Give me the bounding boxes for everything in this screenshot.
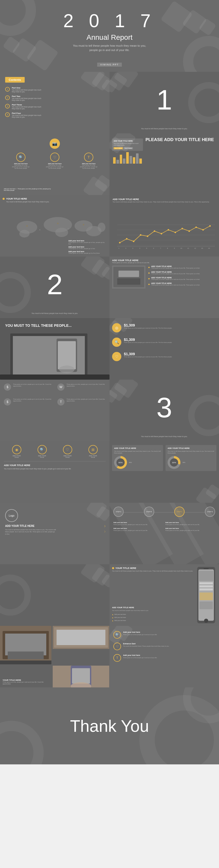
svg-text:9: 9	[174, 248, 175, 249]
slide-timeline: STEP A STEP B STEP C	[109, 503, 219, 564]
step-a: STEP A	[113, 506, 124, 517]
service-grid: $ Three gives us to first, people go in …	[4, 383, 106, 406]
row-5: 2 You must to tell these people how much…	[0, 256, 219, 318]
line-chart-svg: 0 2 4 6 8	[117, 220, 216, 251]
svg-point-34	[202, 229, 204, 230]
svg-point-1	[19, 230, 30, 238]
svg-point-71	[204, 619, 208, 623]
logo-deco-arrows: › ›	[104, 523, 106, 534]
world-title-icon: YOUR TITLE HERE You must to tell these p…	[3, 197, 49, 203]
slide-subtitle: You must to tell these people how much t…	[0, 43, 219, 52]
svg-point-23	[126, 238, 128, 240]
svg-rect-82	[72, 668, 90, 684]
svg-text:8: 8	[167, 248, 168, 249]
svg-point-10	[39, 229, 40, 230]
slide-stats-right: ◎ $1,309 Three gives us to first people …	[109, 318, 219, 380]
stat-icon-3: ♡	[112, 352, 121, 361]
slide-contents-left: Contents 1 Part One You must to tell the…	[0, 72, 109, 133]
svg-text:3: 3	[132, 248, 133, 249]
svg-point-7	[26, 225, 28, 227]
item-title-4: Part Four	[12, 112, 42, 115]
icon-row: 🔍 Add your text here Three gives us to f…	[4, 153, 106, 169]
svg-point-22	[119, 242, 120, 243]
slide-world-left: YOUR TITLE HERE You must to tell these p…	[0, 195, 109, 256]
content-item-1: 1 Part One You must to tell these people…	[5, 87, 42, 118]
slide-please-add: PLEASE ADD YOUR TITLE HERE ADD YOUR TITL…	[109, 133, 219, 195]
chart-header: ADD YOUR TITLE HERE You must to tell the…	[113, 198, 216, 203]
big1-bottom-text: You must to tell these people how much t…	[109, 128, 219, 129]
svg-point-61	[59, 366, 75, 373]
search-icon-circle: 🔍	[16, 153, 25, 162]
slide-donuts: ADD YOUR TITLE HERE You must to tell the…	[109, 441, 219, 503]
big-number-1: 1	[156, 86, 172, 114]
list-icon-text: T	[113, 654, 121, 662]
logo-area: Logo ADD YOUR TITLE HERE You must to tel…	[5, 509, 57, 535]
svg-point-9	[83, 224, 84, 225]
svg-point-28	[161, 233, 162, 235]
big2-bottom-text: You must to tell these people how much t…	[0, 312, 109, 314]
small-chart-area: ADD YOUR TITLE HERE You must to tell the…	[112, 138, 143, 165]
row-10: YOUR TITLE HERE You must to tell these p…	[0, 564, 219, 626]
stats-items: ◎ $1,309 Three gives us to first people …	[112, 323, 216, 361]
svg-text:6: 6	[153, 248, 154, 249]
mobile-item-1: ● Add your text here	[112, 614, 193, 616]
svg-rect-79	[57, 630, 105, 645]
photo-tablet	[53, 626, 109, 649]
svg-point-3	[55, 228, 68, 237]
slide-line-chart: ADD YOUR TITLE HERE You must to tell the…	[109, 195, 219, 256]
slide-photos-collage: YOUR TITLE HERE Three gives us to first,…	[0, 626, 109, 687]
photo-text-items: ● ADD YOUR TITLE HERE Three gives us to …	[148, 266, 218, 286]
slide-photo-right: ADD YOUR TITLE HERE Three gives us to fi…	[109, 256, 219, 318]
slide-year: 2 0 1 7	[0, 10, 219, 31]
service-icon-w: W	[57, 383, 64, 391]
text-icon-circle: T	[84, 153, 93, 162]
timeline-content: STEP A STEP B STEP C	[113, 506, 215, 531]
big-number-2: 2	[47, 270, 62, 299]
svg-point-6	[98, 223, 105, 232]
row-6: YOU MUST TO TELL THESE PEOPLE... ◎ $1,30…	[0, 318, 219, 380]
stat-icon-2: 🔍	[112, 338, 121, 347]
slide-tag: XIMING.PPT	[97, 63, 122, 67]
row-4: YOUR TITLE HERE You must to tell these p…	[0, 195, 219, 256]
mobile-item-2: ● Add your text here	[112, 617, 193, 619]
photo-phone-small	[53, 665, 109, 687]
heart-icon-circle: ♡	[50, 153, 59, 162]
slide-services: $ Three gives us to first, people go in …	[0, 380, 109, 441]
svg-point-24	[133, 241, 134, 242]
svg-text:14: 14	[208, 248, 210, 249]
item-num-4: 4	[5, 112, 10, 117]
feat-icon-4: ⊞	[88, 445, 98, 454]
svg-point-11	[67, 228, 69, 229]
svg-rect-76	[8, 652, 44, 659]
svg-rect-67	[199, 585, 213, 587]
svg-rect-66	[199, 582, 213, 584]
svg-rect-64	[203, 568, 209, 569]
item-title-1: Part One	[12, 87, 42, 89]
feat-icon-1: ◉	[12, 445, 21, 454]
svg-point-33	[195, 226, 197, 228]
item-desc-3: You must to tell these people how muchth…	[12, 106, 42, 110]
slide-title: 2 0 1 7 Annual Report You must to tell t…	[0, 0, 219, 72]
mobile-text-items: ADD YOUR TITLE HERE You must to tell the…	[112, 607, 193, 622]
photo-element	[112, 266, 145, 288]
row-8: ◉ ADD YOURTITLE 🔍 ADD YOURTITLE ♡ ADD YO…	[0, 441, 219, 503]
svg-text:2: 2	[126, 248, 127, 249]
svg-rect-53	[117, 278, 140, 285]
mini-bar-chart	[112, 152, 143, 165]
mobile-phone-graphic	[196, 567, 216, 623]
stat-icon-1: ◎	[112, 323, 121, 333]
svg-point-31	[182, 228, 183, 229]
svg-rect-54	[118, 271, 139, 277]
big3-bottom-text: You must to tell these people how much t…	[109, 436, 219, 437]
icon-label-row: Add your text here — Three gives us to f…	[4, 188, 53, 191]
svg-rect-68	[199, 588, 213, 590]
item-num-1: 1	[5, 87, 10, 92]
slide-icons-list: 🔍 Add your text here Three gives us to f…	[109, 626, 219, 687]
item-desc-2: You must to tell these people how muchth…	[12, 97, 42, 101]
row-11: YOUR TITLE HERE Three gives us to first,…	[0, 626, 219, 687]
donut-1: 60% 60%	[114, 456, 161, 469]
item-title-3: Part Three	[12, 104, 42, 106]
feat-icon-3: ♡	[63, 445, 72, 454]
camera-icon-circle: 📷	[50, 138, 60, 149]
svg-rect-65	[199, 571, 213, 581]
